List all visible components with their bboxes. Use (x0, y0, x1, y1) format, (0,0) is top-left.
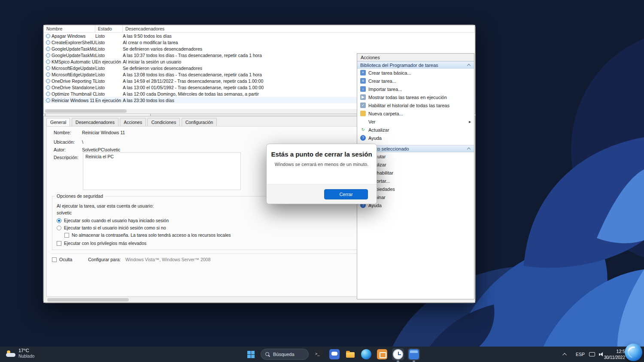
task-scheduler-window: Programador de tareas Archivo Acción Ver… (43, 24, 476, 303)
taskbar-app-chat[interactable] (328, 348, 340, 360)
running-tasks-icon: ▶ (360, 94, 366, 100)
radio-any-session[interactable]: Ejecutar tanto si el usuario inició sesi… (57, 225, 166, 230)
action-ayuda[interactable]: ?Ayuda (357, 134, 474, 142)
action-nueva-carpeta[interactable]: Nueva carpeta... (357, 109, 474, 118)
action-habilitar-historial[interactable]: ✓Habilitar el historial de todas las tar… (357, 101, 474, 109)
import-task-icon: ↓ (360, 86, 366, 92)
security-account: solvetic (57, 210, 72, 215)
history-icon: ✓ (360, 103, 366, 108)
dialog-title: Estás a punto de cerrar la sesión (267, 151, 377, 158)
task-icon (46, 79, 50, 83)
field-label-ubicacion: Ubicación: (54, 139, 82, 145)
windows-logo-icon (247, 351, 255, 358)
configure-dropdown[interactable]: Windows Vista™, Windows Server™ 2008 (125, 257, 210, 262)
table-header[interactable]: Nombre Estado Desencadenadores (44, 25, 475, 33)
radio-logged-on[interactable]: Ejecutar solo cuando el usuario haya ini… (57, 218, 169, 223)
file-explorer-icon (345, 349, 355, 359)
action-actualizar[interactable]: ↻Actualizar (357, 126, 474, 134)
tab-general[interactable]: General (46, 118, 70, 126)
create-basic-task-icon: + (360, 70, 366, 75)
system-tray[interactable] (589, 347, 604, 362)
weather-temp: 17°C (18, 348, 34, 354)
field-value-nombre: Reiniciar Windows 11 (82, 130, 125, 135)
task-icon (46, 66, 50, 70)
weather-widget[interactable]: 17°C Nublado (6, 348, 34, 359)
center-pane: Nombre Estado Desencadenadores Apagar Wi… (43, 25, 248, 271)
checkbox-no-password[interactable]: No almacenar la contraseña. La tarea sol… (64, 232, 231, 238)
group-title: Opciones de seguridad (55, 193, 105, 199)
refresh-icon: ↻ (360, 127, 366, 133)
dialog-footer: Cerrar (267, 184, 377, 204)
store-icon (377, 349, 387, 359)
chevron-up-icon (562, 353, 567, 357)
task-icon (46, 98, 50, 103)
column-desencadenadores[interactable]: Desencadenadores (123, 25, 475, 32)
start-button[interactable] (245, 348, 257, 360)
checkbox-icon[interactable] (57, 241, 61, 246)
volume-icon (599, 352, 604, 356)
taskbar-app-terminal[interactable] (313, 348, 325, 360)
task-icon (46, 47, 50, 51)
field-label-descripcion: Descripción: (54, 155, 82, 160)
language-indicator[interactable]: ESP (576, 347, 585, 362)
task-icon (46, 60, 50, 64)
scrollbar-thumb[interactable] (45, 109, 127, 113)
tab-desencadenadores[interactable]: Desencadenadores (72, 118, 118, 126)
signout-dialog: Estás a punto de cerrar la sesión Window… (266, 144, 377, 204)
tab-acciones[interactable]: Acciones (120, 118, 146, 126)
terminal-icon (313, 349, 324, 359)
table-row[interactable]: GoogleUpdateTaskMac...ListoSe definieron… (44, 45, 475, 52)
description-textbox[interactable]: Reinicia el PC (83, 152, 241, 190)
action-importar-tarea[interactable]: ↓Importar tarea... (357, 85, 474, 93)
checkbox-highest-privileges[interactable]: Ejecutar con los privilegios más elevado… (57, 241, 146, 246)
tray-date: 30/11/2022 (604, 355, 625, 360)
taskbar-app-store[interactable] (376, 348, 388, 360)
search-placeholder: Búsqueda (273, 352, 295, 357)
weather-desc: Nublado (18, 354, 34, 359)
network-icon (589, 352, 595, 356)
collapse-icon[interactable] (467, 64, 471, 67)
new-folder-icon (360, 111, 366, 116)
scrollbar-thumb[interactable] (47, 298, 129, 302)
tab-condiciones[interactable]: Condiciones (147, 118, 180, 126)
task-icon (46, 53, 50, 57)
no-icon (360, 119, 366, 124)
table-row[interactable]: CreateExplorerShellUnel...ListoAl crear … (44, 39, 475, 45)
taskbar-app-task-scheduler[interactable] (392, 348, 404, 360)
cerrar-button[interactable]: Cerrar (324, 189, 368, 199)
column-estado[interactable]: Estado (95, 25, 123, 32)
task-icon (46, 85, 50, 90)
checkbox-oculta[interactable] (52, 257, 57, 262)
checkbox-icon[interactable] (64, 233, 69, 238)
column-nombre[interactable]: Nombre (44, 25, 95, 32)
radio-icon[interactable] (57, 218, 61, 223)
field-value-ubicacion: \ (82, 139, 83, 145)
section-library-header[interactable]: Biblioteca del Programador de tareas (357, 61, 474, 69)
assistant-ball-icon[interactable] (625, 344, 642, 361)
create-task-icon: ≡ (360, 78, 366, 84)
security-account-line: Al ejecutar la tarea, usar esta cuenta d… (57, 203, 154, 208)
taskbar-app-dialog-window[interactable] (408, 348, 420, 360)
table-row[interactable]: Apagar WindowsListoA las 9:50 todos los … (44, 33, 475, 39)
tab-configuracion[interactable]: Configuración (182, 118, 217, 126)
action-crear-tarea[interactable]: ≡Crear tarea... (357, 77, 474, 85)
search-box[interactable]: Búsqueda (261, 349, 309, 360)
action-mostrar-tareas[interactable]: ▶Mostrar todas las tareas en ejecución (357, 93, 474, 101)
clock-widget[interactable]: 12:5 30/11/2022 (604, 349, 625, 360)
tray-overflow[interactable] (564, 347, 567, 362)
configure-label: Configurar para: (88, 257, 121, 262)
radio-icon[interactable] (57, 226, 61, 230)
task-icon (46, 34, 50, 38)
task-icon (46, 92, 50, 96)
field-value-autor: SolveticPC\solvetic (82, 147, 120, 152)
clock-icon (393, 349, 403, 359)
action-crear-tarea-basica[interactable]: +Crear tarea básica... (357, 69, 474, 77)
collapse-icon[interactable] (467, 148, 471, 151)
taskbar-app-explorer[interactable] (344, 348, 356, 360)
search-icon (265, 352, 270, 357)
task-icon (46, 72, 50, 77)
taskbar-app-edge[interactable] (360, 348, 372, 360)
edge-browser-icon (361, 349, 371, 359)
action-ver[interactable]: Ver (357, 118, 474, 126)
field-label-autor: Autor: (54, 147, 82, 152)
